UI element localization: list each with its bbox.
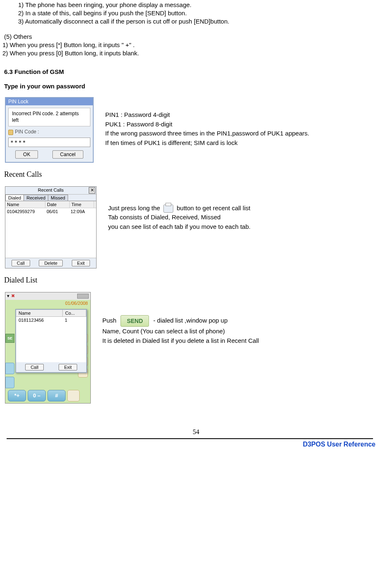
delete-button[interactable]: Delete [39, 260, 63, 266]
others-heading: (5) Others [4, 33, 390, 40]
page-number: 54 [2, 428, 390, 436]
dialed-list-screen: ▾ ✖ 01/06/2008 SE [5, 292, 91, 404]
mute-icon: ✖ [11, 293, 15, 299]
battery-icon [77, 294, 89, 299]
key-star[interactable]: *+ [8, 390, 26, 401]
side-button-1[interactable] [5, 363, 14, 374]
step-3: 3) Automatically disconnect a call if th… [18, 18, 390, 25]
status-bar: ▾ ✖ [5, 292, 90, 300]
pin-lock-title: PIN Lock [6, 98, 93, 105]
key-zero[interactable]: 0 – [28, 390, 46, 401]
others-2: 2) When you press [0] Button long, it in… [2, 50, 390, 57]
col-name: Name [5, 201, 45, 208]
step-1: 1) The phone has been ringing, your phon… [18, 1, 390, 8]
pin-lock-dialog: PIN Lock Incorrect PIN code. 2 attempts … [5, 97, 94, 163]
others-1: 1) When you press [*] Button long, it in… [2, 41, 390, 48]
lock-icon [8, 130, 13, 135]
pin-code-label: PIN Code : [8, 129, 90, 135]
dialed-popup: Name Co... 0181123456 1 Call Exit [15, 309, 87, 373]
cancel-button[interactable]: Cancel [52, 150, 83, 159]
section-6-3-heading: 6.3 Function of GSM [4, 68, 390, 75]
recent-desc-2: Tab consists of Dialed, Received, Missed [108, 213, 390, 222]
dialed-date: 01/06/2008 [5, 301, 90, 306]
pin-lock-message: Incorrect PIN code. 2 attempts left [8, 108, 90, 126]
popup-exit-button[interactable]: Exit [59, 364, 77, 370]
recent-calls-dialog: Recent Calls ✕ Dialed Received Missed Na… [5, 186, 97, 268]
dialed-desc-2: Name, Count (You can select a list of ph… [102, 327, 390, 336]
ok-button[interactable]: OK [15, 150, 38, 159]
others-section: (5) Others 1) When you press [*] Button … [2, 33, 390, 57]
pin-desc-2: PUK1 : Password 8-digit [105, 120, 390, 129]
signal-icon: ▾ [7, 293, 9, 299]
pin-desc-4: If ten times of PUK1 is different; SIM c… [105, 138, 390, 148]
pin-code-input[interactable]: **** [8, 138, 90, 147]
recent-description: Just press long the button to get recent… [108, 204, 390, 232]
key-hash[interactable]: # [47, 390, 66, 401]
col-time: Time [70, 201, 94, 208]
dialed-description: Push SEND - dialed list ,window pop up N… [102, 315, 390, 346]
dialed-desc-3: It is deleted in Dialed list if you dele… [102, 336, 390, 346]
recent-desc-3: you can see list of each tab if you move… [108, 222, 390, 232]
step-2: 2) In a state of this, call begins if yo… [18, 10, 390, 17]
pin-desc-1: PIN1 : Password 4-digit [105, 110, 390, 120]
print-icon [163, 204, 173, 213]
page-footer: 54 D3POS User Reference [2, 428, 390, 448]
se-block: SE [5, 334, 14, 343]
tab-missed[interactable]: Missed [48, 195, 68, 201]
recent-desc-1: Just press long the button to get recent… [108, 204, 390, 213]
popup-call-button[interactable]: Call [25, 364, 44, 370]
col-count: Co... [63, 310, 86, 316]
table-row[interactable]: 0181123456 1 [16, 317, 86, 323]
send-button[interactable]: SEND [120, 315, 149, 327]
footer-divider [7, 438, 373, 439]
dialed-desc-1: Push SEND - dialed list ,window pop up [102, 315, 390, 327]
recent-calls-heading: Recent Calls [4, 170, 390, 179]
close-icon[interactable]: ✕ [89, 187, 95, 194]
dialed-list-heading: Dialed List [4, 276, 390, 285]
table-row[interactable]: 01042959279 06/01 12:09A [5, 208, 96, 215]
pin-description: PIN1 : Password 4-digit PUK1 : Password … [105, 110, 390, 147]
exit-button[interactable]: Exit [72, 260, 90, 266]
footer-reference: D3POS User Reference [2, 441, 375, 448]
tab-received[interactable]: Received [24, 195, 48, 201]
col-date: Date [45, 201, 70, 208]
col-name: Name [16, 310, 63, 316]
tab-dialed[interactable]: Dialed [5, 195, 24, 201]
pin-desc-3: If the wrong password three times in the… [105, 129, 390, 138]
call-button[interactable]: Call [12, 260, 30, 266]
side-button-2[interactable] [5, 377, 14, 388]
key-extra[interactable] [67, 390, 80, 401]
intro-steps: 1) The phone has been ringing, your phon… [18, 1, 390, 25]
keypad-row: *+ 0 – # [8, 390, 80, 401]
type-password-heading: Type in your own password [4, 83, 390, 90]
recent-calls-title: Recent Calls [38, 188, 64, 192]
